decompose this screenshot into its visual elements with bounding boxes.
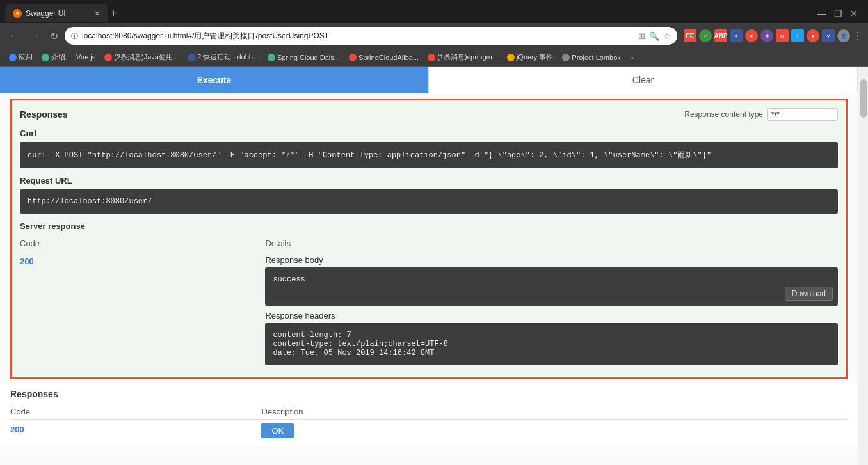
- browser-action-icons: FE ✓ ABP f ● ❋ R T ● V 👤 ⋮: [684, 29, 863, 42]
- address-bar[interactable]: ⓘ localhost:8080/swagger-ui.html#/用户管理相关…: [65, 27, 677, 45]
- maximize-button[interactable]: ❐: [834, 8, 842, 19]
- response-body-label: Response body: [265, 255, 838, 265]
- bottom-description-header: Description: [261, 404, 848, 420]
- curl-section: Curl curl -X POST "http://localhost:8080…: [20, 129, 838, 168]
- bookmark-jquery[interactable]: jQuery 事件: [503, 51, 557, 63]
- bottom-status-code: 200: [10, 425, 24, 434]
- content-type-label: Response content type: [684, 110, 763, 119]
- bookmark-alibaba[interactable]: SpringCloudAliba...: [345, 52, 422, 63]
- bookmarks-more-button[interactable]: »: [626, 52, 638, 63]
- bottom-responses-section: Responses Code Description 200 OK: [0, 384, 858, 447]
- tab-title: Swagger UI: [26, 9, 88, 18]
- ext-icon-9[interactable]: ●: [807, 29, 819, 42]
- bookmark-apps-label: 应用: [19, 52, 33, 62]
- bookmark-icon[interactable]: ☆: [663, 31, 671, 41]
- bottom-responses-title: Responses: [10, 389, 848, 399]
- curl-code-block: curl -X POST "http://localhost:8080/user…: [20, 142, 838, 168]
- ext-icon-2[interactable]: ✓: [699, 29, 712, 42]
- page-content: Execute Clear Responses Response content…: [0, 67, 868, 465]
- clear-button[interactable]: Clear: [428, 67, 858, 93]
- download-button[interactable]: Download: [785, 287, 833, 301]
- search-icon[interactable]: 🔍: [649, 31, 659, 41]
- execute-clear-bar: Execute Clear: [0, 67, 858, 93]
- responses-header: Responses Response content type */* appl…: [20, 108, 838, 121]
- details-header: Details: [265, 236, 838, 251]
- bookmark-vuejs-icon: [42, 54, 49, 61]
- execute-button[interactable]: Execute: [0, 67, 428, 93]
- bookmark-vuejs-label: 介绍 — Vue.js: [51, 52, 95, 62]
- ext-icon-4[interactable]: f: [730, 29, 743, 42]
- bookmark-apps[interactable]: 应用: [5, 51, 36, 63]
- tab-bar: S Swagger UI × + — ❐ ✕: [0, 0, 868, 23]
- status-code: 200: [20, 256, 34, 266]
- request-url-block: http://localhost:8080/user/: [20, 189, 838, 214]
- response-headers-label: Response headers: [265, 311, 838, 320]
- bookmark-lombok-icon: [562, 54, 570, 61]
- ext-icon-3[interactable]: ABP: [714, 29, 727, 42]
- nav-bar: ← → ↻ ⓘ localhost:8080/swagger-ui.html#/…: [0, 23, 868, 49]
- bottom-code-header: Code: [10, 404, 261, 420]
- minimize-button[interactable]: —: [817, 8, 826, 19]
- code-header: Code: [20, 236, 265, 251]
- bookmark-java-icon: [104, 54, 112, 61]
- response-body-text: success: [273, 275, 305, 284]
- content-type-wrap: Response content type */* application/js…: [684, 108, 838, 121]
- menu-dots-button[interactable]: ⋮: [853, 30, 863, 42]
- response-headers-text: content-length: 7 content-type: text/pla…: [273, 331, 453, 358]
- active-tab[interactable]: S Swagger UI ×: [5, 4, 108, 22]
- address-bar-icons: ⊞ 🔍 ☆: [638, 31, 671, 41]
- bottom-response-row-200: 200 OK: [10, 420, 848, 443]
- server-response-label: Server response: [20, 221, 838, 231]
- browser-window: S Swagger UI × + — ❐ ✕ ← → ↻ ⓘ localhost…: [0, 0, 868, 67]
- ok-badge: OK: [261, 423, 294, 438]
- tab-favicon: S: [13, 9, 22, 18]
- bookmark-spring-cloud-label: Spring Cloud Dals...: [277, 54, 340, 61]
- bookmark-jquery-icon: [507, 54, 515, 61]
- bookmark-alibaba-label: SpringCloudAliba...: [358, 54, 419, 61]
- close-window-button[interactable]: ✕: [850, 8, 858, 19]
- bookmarks-bar: 应用 介绍 — Vue.js (2条消息)Java使用... 2 快速启动 · …: [0, 49, 868, 67]
- response-table: Code Details 200 Response body: [20, 236, 838, 369]
- bookmark-springm-label: (1条消息)springm...: [437, 52, 498, 62]
- forward-button[interactable]: →: [26, 28, 44, 44]
- bookmark-lombok-label: Project Lombok: [572, 54, 620, 61]
- bookmark-java[interactable]: (2条消息)Java使用...: [100, 51, 182, 63]
- request-url-section: Request URL http://localhost:8080/user/: [20, 176, 838, 214]
- tab-close-button[interactable]: ×: [95, 8, 100, 19]
- address-security-icon: ⓘ: [71, 31, 78, 41]
- vertical-scrollbar[interactable]: [858, 67, 868, 465]
- bookmark-spring-cloud-icon: [268, 54, 275, 61]
- curl-label: Curl: [20, 129, 838, 138]
- bookmark-dubbo[interactable]: 2 快速启动 · dubb...: [184, 51, 262, 63]
- response-headers-block: content-length: 7 content-type: text/pla…: [265, 323, 838, 365]
- bookmark-vuejs[interactable]: 介绍 — Vue.js: [38, 51, 99, 63]
- bookmark-java-label: (2条消息)Java使用...: [114, 52, 179, 62]
- ext-icon-5[interactable]: ●: [745, 29, 758, 42]
- server-response-section: Server response Code Details 200: [20, 221, 838, 369]
- ext-icon-1[interactable]: FE: [684, 29, 696, 42]
- bookmark-dubbo-icon: [188, 54, 195, 61]
- scrollbar-thumb[interactable]: [860, 79, 867, 118]
- address-text: localhost:8080/swagger-ui.html#/用户管理相关接口…: [82, 31, 634, 42]
- ext-icon-6[interactable]: ❋: [760, 29, 773, 42]
- content-type-select[interactable]: */* application/json text/plain: [767, 108, 838, 121]
- bookmark-jquery-label: jQuery 事件: [517, 52, 553, 62]
- user-avatar[interactable]: 👤: [837, 29, 850, 42]
- bookmark-spring-cloud[interactable]: Spring Cloud Dals...: [264, 52, 344, 63]
- refresh-button[interactable]: ↻: [46, 28, 62, 45]
- translate-icon[interactable]: ⊞: [638, 31, 645, 41]
- request-url-label: Request URL: [20, 176, 838, 185]
- swagger-content: Execute Clear Responses Response content…: [0, 67, 858, 465]
- ext-icon-7[interactable]: R: [776, 29, 789, 42]
- back-button[interactable]: ←: [5, 28, 23, 44]
- new-tab-button[interactable]: +: [110, 7, 117, 20]
- bookmark-springm[interactable]: (1条消息)springm...: [424, 51, 502, 63]
- response-row-200: 200 Response body success Download Respo…: [20, 251, 838, 370]
- bookmark-lombok[interactable]: Project Lombok: [558, 52, 624, 63]
- bookmark-dubbo-label: 2 快速启动 · dubb...: [197, 52, 259, 62]
- bottom-responses-table: Code Description 200 OK: [10, 404, 848, 442]
- response-body-block: success Download: [265, 267, 838, 306]
- bookmark-alibaba-icon: [349, 54, 357, 61]
- ext-icon-10[interactable]: V: [822, 29, 835, 42]
- ext-icon-8[interactable]: T: [791, 29, 804, 42]
